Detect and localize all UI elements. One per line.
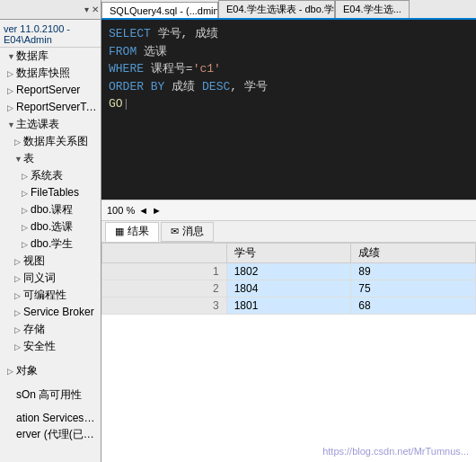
- cell-xuehao-2: 1804: [226, 280, 351, 298]
- expand-icon: ▼: [7, 118, 16, 132]
- cell-xuehao-3: 1801: [226, 298, 351, 315]
- sidebar-top-bar[interactable]: ▾ ✕: [0, 0, 101, 20]
- sidebar-item-filetables[interactable]: ▷FileTables: [0, 184, 101, 201]
- cell-xuehao-1: 1802: [226, 263, 351, 280]
- expand-icon: ▷: [22, 237, 31, 252]
- zoom-value: 100 %: [107, 205, 135, 216]
- expand-icon: ▼: [7, 49, 16, 64]
- sidebar-pin-icon[interactable]: ▾ ✕: [84, 4, 99, 14]
- col-header-xuehao: 学号: [226, 244, 351, 263]
- sidebar-spacer: [0, 355, 101, 362]
- row-number: 2: [102, 280, 227, 298]
- cell-chengji-2: 75: [351, 280, 476, 298]
- expand-icon: ▷: [14, 340, 23, 354]
- code-line-3: WHERE 课程号='c1': [109, 60, 469, 78]
- expand-icon: ▷: [22, 169, 31, 183]
- sidebar: ▾ ✕ ver 11.0.2100 - E04\Admin ▼数据库 ▷数据库快…: [0, 0, 101, 462]
- expand-icon: ▷: [7, 67, 16, 81]
- sidebar-item-synonyms[interactable]: ▷同义词: [0, 270, 101, 287]
- table-row: 2 1804 75: [102, 280, 476, 298]
- code-line-5: GO|: [109, 95, 469, 113]
- sidebar-item-db-snapshot[interactable]: ▷数据库快照: [0, 65, 101, 82]
- results-table: 学号 成绩 1 1802 89 2 1804 75: [101, 243, 476, 315]
- sidebar-item-service-broker[interactable]: ▷Service Broker: [0, 304, 101, 321]
- sidebar-item-storage[interactable]: ▷存储: [0, 321, 101, 338]
- sidebar-item-server-proxy[interactable]: erver (代理(已禁用代理 XP): [0, 426, 101, 442]
- server-info: ver 11.0.2100 - E04\Admin: [0, 22, 101, 48]
- expand-icon: ▷: [22, 203, 31, 218]
- results-icon: ▦: [115, 226, 124, 237]
- sidebar-item-dbo-select[interactable]: ▷dbo.选课: [0, 218, 101, 235]
- zoom-nav-next[interactable]: ►: [152, 205, 162, 216]
- results-tabs: ▦ 结果 ✉ 消息: [101, 221, 476, 243]
- zoom-nav-prev[interactable]: ◄: [138, 205, 148, 216]
- expand-icon: ▷: [7, 364, 16, 378]
- row-number: 3: [102, 298, 227, 315]
- sidebar-item-sys-tables[interactable]: ▷系统表: [0, 167, 101, 184]
- expand-icon: ▷: [14, 306, 23, 320]
- results-area: 学号 成绩 1 1802 89 2 1804 75: [101, 243, 476, 462]
- sidebar-content[interactable]: ver 11.0.2100 - E04\Admin ▼数据库 ▷数据库快照 ▷R…: [0, 20, 101, 462]
- expand-icon: ▷: [7, 101, 16, 115]
- sidebar-item-programmability[interactable]: ▷可编程性: [0, 287, 101, 304]
- sidebar-item-ation-services[interactable]: ation Services 目录: [0, 410, 101, 426]
- sidebar-item-dbo-student[interactable]: ▷dbo.学生: [0, 235, 101, 253]
- table-row: 1 1802 89: [102, 263, 476, 280]
- sidebar-item-db-diagrams[interactable]: ▷数据库关系图: [0, 133, 101, 150]
- sidebar-item-views[interactable]: ▷视图: [0, 253, 101, 270]
- col-header-chengji: 成绩: [351, 244, 476, 263]
- code-line-4: ORDER BY 成绩 DESC, 学号: [109, 78, 469, 96]
- results-tab-label: 结果: [128, 224, 149, 239]
- tab-e04-select2[interactable]: E04.学生选...: [335, 0, 410, 18]
- sidebar-item-objects[interactable]: ▷对象: [0, 362, 101, 379]
- right-area: SQLQuery4.sql - (...dministrator (52)) *…: [101, 0, 476, 462]
- tab-e04-select[interactable]: E04.学生选课表 - dbo.学生 ✕: [218, 0, 335, 18]
- sidebar-item-reportservertempdb[interactable]: ▷ReportServerTempDB: [0, 99, 101, 116]
- table-row: 3 1801 68: [102, 298, 476, 315]
- results-tab-messages-label: 消息: [182, 224, 204, 239]
- col-header-num: [102, 244, 227, 263]
- expand-icon: ▷: [22, 186, 31, 200]
- sidebar-item-dbo-course[interactable]: ▷dbo.课程: [0, 201, 101, 218]
- main-container: ▾ ✕ ver 11.0.2100 - E04\Admin ▼数据库 ▷数据库快…: [0, 0, 476, 462]
- zoom-bar: 100 % ◄ ►: [101, 200, 476, 221]
- sidebar-item-security[interactable]: ▷安全性: [0, 338, 101, 355]
- expand-icon: ▷: [14, 289, 23, 303]
- sidebar-item-databases[interactable]: ▼数据库: [0, 48, 101, 65]
- tab-label: E04.学生选课表 - dbo.学生: [226, 3, 335, 16]
- tab-label: E04.学生选...: [343, 3, 401, 16]
- code-line-1: SELECT 学号, 成绩: [109, 25, 469, 43]
- sidebar-spacer2: [0, 379, 101, 386]
- expand-icon: ▷: [14, 271, 23, 286]
- row-number: 1: [102, 263, 227, 280]
- table-header-row: 学号 成绩: [102, 244, 476, 263]
- sidebar-spacer3: [0, 403, 101, 410]
- expand-icon: ▷: [7, 84, 16, 98]
- sidebar-item-e04[interactable]: ▼主选课表: [0, 116, 101, 133]
- code-line-2: FROM 选课: [109, 43, 469, 61]
- tab-sqlquery4[interactable]: SQLQuery4.sql - (...dministrator (52)) *…: [101, 2, 218, 20]
- sidebar-item-ha[interactable]: sOn 高可用性: [0, 386, 101, 403]
- expand-icon: ▷: [14, 254, 23, 269]
- results-tab-results[interactable]: ▦ 结果: [105, 222, 159, 242]
- editor-area[interactable]: SELECT 学号, 成绩 FROM 选课 WHERE 课程号='c1' ORD…: [101, 20, 476, 200]
- expand-icon: ▷: [14, 323, 23, 337]
- tab-label: SQLQuery4.sql - (...dministrator (52)): [110, 5, 218, 16]
- expand-icon: ▼: [14, 152, 23, 166]
- watermark: https://blog.csdn.net/MrTumnus...: [322, 446, 469, 457]
- cell-chengji-3: 68: [351, 298, 476, 315]
- tab-bar: SQLQuery4.sql - (...dministrator (52)) *…: [101, 0, 476, 20]
- cell-chengji-1: 89: [351, 263, 476, 280]
- results-tab-messages[interactable]: ✉ 消息: [161, 222, 214, 242]
- expand-icon: ▷: [14, 135, 23, 149]
- expand-icon: ▷: [22, 220, 31, 235]
- messages-icon: ✉: [171, 226, 179, 237]
- sidebar-item-tables[interactable]: ▼表: [0, 150, 101, 167]
- sidebar-item-reportserver[interactable]: ▷ReportServer: [0, 82, 101, 99]
